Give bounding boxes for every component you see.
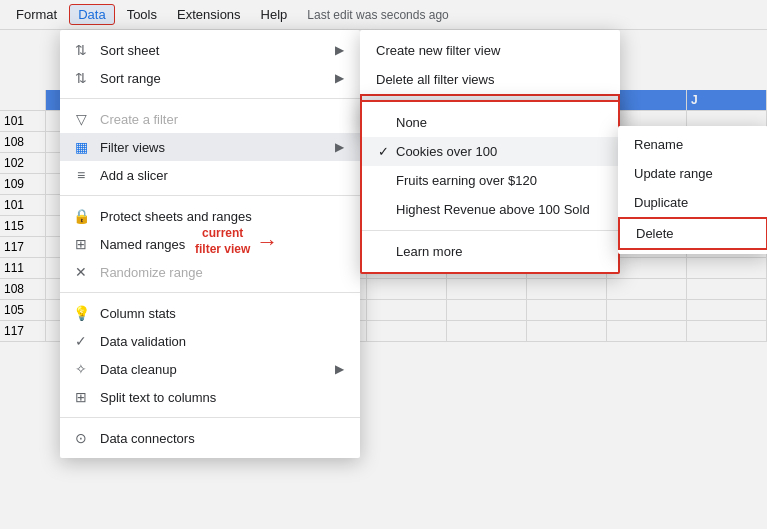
named-ranges-icon: ⊞ [72,236,90,252]
menu-item-create-filter: ▽ Create a filter [60,105,360,133]
menu-item-sort-sheet[interactable]: ⇅ Sort sheet ▶ [60,36,360,64]
data-cleanup-arrow: ▶ [335,362,344,376]
col-stats-icon: 💡 [72,305,90,321]
rename-submenu: Rename Update range Duplicate Delete [618,126,767,254]
fruits-checkmark [378,173,396,188]
divider-2 [60,195,360,196]
fvo-learn-more[interactable]: Learn more [362,237,618,266]
submenu-delete-all[interactable]: Delete all filter views [360,65,620,94]
sort-sheet-icon: ⇅ [72,42,90,58]
sort-sheet-arrow: ▶ [335,43,344,57]
learn-more-label: Learn more [396,244,602,259]
delete-all-label: Delete all filter views [376,72,604,87]
add-slicer-icon: ≡ [72,167,90,183]
menu-item-data-validation[interactable]: ✓ Data validation [60,327,360,355]
fvo-fruits[interactable]: Fruits earning over $120 [362,166,618,195]
delete-label: Delete [636,226,674,241]
fvo-highest[interactable]: Highest Revenue above 100 Sold [362,195,618,224]
none-label: None [396,115,602,130]
fvo-none[interactable]: None [362,108,618,137]
randomize-icon: ✕ [72,264,90,280]
menu-item-split-text[interactable]: ⊞ Split text to columns [60,383,360,411]
rename-item-duplicate[interactable]: Duplicate [618,188,767,217]
fvo-divider [362,230,618,231]
data-validation-label: Data validation [100,334,344,349]
data-cleanup-icon: ✧ [72,361,90,377]
col-stats-label: Column stats [100,306,344,321]
data-validation-icon: ✓ [72,333,90,349]
add-slicer-label: Add a slicer [100,168,344,183]
submenu-create-new[interactable]: Create new filter view [360,36,620,65]
data-connectors-label: Data connectors [100,431,344,446]
sort-sheet-label: Sort sheet [100,43,325,58]
sort-range-arrow: ▶ [335,71,344,85]
sort-range-label: Sort range [100,71,325,86]
protect-label: Protect sheets and ranges [100,209,344,224]
divider-3 [60,292,360,293]
duplicate-label: Duplicate [634,195,688,210]
rename-item-delete[interactable]: Delete [618,217,767,250]
protect-icon: 🔒 [72,208,90,224]
highest-checkmark [378,202,396,217]
menu-item-data-cleanup[interactable]: ✧ Data cleanup ▶ [60,355,360,383]
highest-label: Highest Revenue above 100 Sold [396,202,602,217]
randomize-label: Randomize range [100,265,344,280]
filter-view-options-submenu: None ✓ Cookies over 100 Fruits earning o… [360,100,620,274]
fvo-cookies[interactable]: ✓ Cookies over 100 [362,137,618,166]
sort-range-icon: ⇅ [72,70,90,86]
data-connectors-icon: ⊙ [72,430,90,446]
rename-label: Rename [634,137,683,152]
data-cleanup-label: Data cleanup [100,362,325,377]
fruits-label: Fruits earning over $120 [396,173,602,188]
create-new-label: Create new filter view [376,43,604,58]
divider-4 [60,417,360,418]
filter-views-arrow: ▶ [335,140,344,154]
divider-1 [60,98,360,99]
split-text-icon: ⊞ [72,389,90,405]
annotation-arrow: → [256,229,278,255]
cookies-label: Cookies over 100 [396,144,602,159]
menu-item-filter-views[interactable]: ▦ Filter views ▶ [60,133,360,161]
cookies-checkmark: ✓ [378,144,396,159]
update-range-label: Update range [634,166,713,181]
none-checkmark [378,115,396,130]
filter-views-icon: ▦ [72,139,90,155]
create-filter-label: Create a filter [100,112,344,127]
menu-item-col-stats[interactable]: 💡 Column stats [60,299,360,327]
menu-item-sort-range[interactable]: ⇅ Sort range ▶ [60,64,360,92]
menu-item-randomize: ✕ Randomize range [60,258,360,286]
filter-annotation: currentfilter view → [195,226,278,257]
create-filter-icon: ▽ [72,111,90,127]
menu-item-add-slicer[interactable]: ≡ Add a slicer [60,161,360,189]
split-text-label: Split text to columns [100,390,344,405]
filter-views-label: Filter views [100,140,325,155]
annotation-text: currentfilter view [195,226,250,257]
menu-item-data-connectors[interactable]: ⊙ Data connectors [60,424,360,452]
learn-more-checkmark [378,244,396,259]
rename-item-update-range[interactable]: Update range [618,159,767,188]
rename-item-rename[interactable]: Rename [618,130,767,159]
